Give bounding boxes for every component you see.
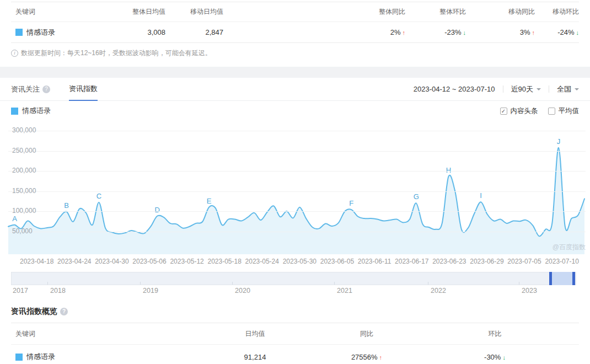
- peak-annotation-F: F: [349, 199, 353, 207]
- period-dropdown[interactable]: 近90天: [511, 84, 541, 94]
- col-daily-avg: 日均值: [187, 329, 323, 339]
- overview-table: 关键词 日均值 同比 环比 情感语录 91,214 27556%↑ -30%↓: [11, 323, 579, 364]
- col-mom: 环比: [411, 329, 579, 339]
- gridline: [8, 171, 586, 172]
- period-dropdown-value: 近90天: [511, 84, 533, 94]
- overview-table-header: 关键词 日均值 同比 环比: [11, 323, 579, 345]
- legend-color-swatch: [11, 108, 18, 115]
- help-icon[interactable]: [42, 85, 50, 93]
- peak-annotation-B: B: [64, 201, 69, 210]
- table-row: 情感语录 91,214 27556%↑ -30%↓: [11, 345, 579, 364]
- overview-title-text: 资讯指数概览: [11, 307, 57, 317]
- page-gap-band: [0, 67, 590, 78]
- separator: [503, 85, 503, 93]
- year-label-2019: 2019: [143, 287, 158, 295]
- y-axis-tick-label: 300,000: [12, 126, 36, 134]
- keyword-color-swatch: [15, 29, 23, 36]
- timeline-slider-track[interactable]: [11, 272, 576, 285]
- col-overall-mom: 整体环比: [405, 7, 466, 17]
- trend-value: -23%: [444, 28, 461, 36]
- overview-section-title: 资讯指数概览: [11, 306, 579, 317]
- news-index-card: 资讯关注 资讯指数 2023-04-12 ~ 2023-07-10 近90天 全…: [0, 78, 590, 364]
- daily-avg-value: 91,214: [187, 353, 323, 361]
- yoy-value: 27556%↑: [323, 353, 411, 361]
- trend-value: 27556%: [351, 353, 378, 361]
- timeline-selection-window[interactable]: [549, 272, 575, 285]
- y-axis-tick-label: 150,000: [12, 187, 36, 195]
- checkbox-average[interactable]: 平均值: [548, 106, 580, 116]
- gridline: [8, 211, 586, 212]
- x-axis-tick-label: 2023-04-18: [20, 258, 53, 269]
- summary-table: 关键词 整体日均值 移动日均值 整体同比 整体环比 移动同比 移动环比 情感语录…: [11, 2, 579, 43]
- col-yoy: 同比: [323, 329, 411, 339]
- peak-annotation-I: I: [480, 191, 482, 200]
- up-arrow-icon: ↑: [379, 354, 383, 361]
- year-tick: [232, 282, 233, 285]
- info-icon: [11, 50, 18, 57]
- date-range-label: 2023-04-12 ~ 2023-07-10: [414, 85, 495, 93]
- help-icon[interactable]: [60, 308, 68, 315]
- gridline: [8, 232, 586, 232]
- x-axis-tick-label: 2023-05-18: [207, 258, 241, 269]
- peak-annotation-E: E: [207, 197, 212, 205]
- year-label-2018: 2018: [50, 287, 66, 295]
- x-axis-tick-label: 2023-05-12: [170, 258, 203, 269]
- peak-annotation-A: A: [12, 215, 17, 223]
- checkbox-icon[interactable]: [548, 108, 555, 115]
- region-dropdown[interactable]: 全国: [557, 84, 579, 94]
- summary-table-header: 关键词 整体日均值 移动日均值 整体同比 整体环比 移动同比 移动环比: [11, 2, 579, 22]
- x-axis-tick-label: 2023-06-11: [358, 258, 391, 269]
- overall-mom-value: -23%↓: [405, 28, 466, 36]
- mom-value: -30%↓: [411, 353, 579, 361]
- region-dropdown-value: 全国: [557, 84, 571, 94]
- timeline-right-handle[interactable]: [572, 272, 575, 285]
- checkbox-label: 内容头条: [511, 106, 538, 116]
- data-update-note: 数据更新时间：每天12~16时，受数据波动影响，可能会有延迟。: [11, 49, 579, 58]
- note-text: 数据更新时间：每天12~16时，受数据波动影响，可能会有延迟。: [21, 49, 212, 58]
- x-axis-tick-label: 2023-04-24: [57, 258, 91, 269]
- col-keyword: 关键词: [11, 7, 119, 17]
- col-overall-daily-avg: 整体日均值: [119, 7, 165, 17]
- col-overall-yoy: 整体同比: [223, 7, 405, 17]
- mobile-daily-avg-value: 2,847: [165, 28, 223, 36]
- checkbox-content-headlines[interactable]: ✓ 内容头条: [500, 106, 538, 116]
- x-axis-labels: 2023-04-182023-04-242023-04-302023-05-06…: [11, 254, 579, 269]
- tab-news-index[interactable]: 资讯指数: [69, 78, 98, 101]
- year-label-2023: 2023: [522, 287, 537, 295]
- separator: [549, 85, 549, 93]
- x-axis-tick-label: 2023-07-05: [507, 258, 541, 269]
- year-tick: [428, 282, 428, 285]
- year-tick: [334, 282, 335, 285]
- baidu-index-watermark: @百度指数: [553, 243, 586, 252]
- col-mobile-daily-avg: 移动日均值: [165, 7, 223, 17]
- news-index-chart[interactable]: ABCDEFGHIJ@百度指数 300,000250,000200,000150…: [0, 121, 590, 254]
- year-tick: [140, 282, 141, 285]
- year-label-2020: 2020: [235, 287, 250, 295]
- peak-annotation-G: G: [414, 192, 419, 201]
- timeline-year-labels: 2017201820192020202120222023: [11, 285, 576, 297]
- checkbox-icon[interactable]: ✓: [500, 108, 507, 115]
- x-axis-tick-label: 2023-06-05: [320, 258, 354, 269]
- x-axis-tick-label: 2023-06-23: [432, 258, 466, 269]
- chart-legend-row: 情感语录 ✓ 内容头条 平均值: [0, 101, 590, 121]
- year-tick: [519, 282, 519, 285]
- col-mobile-mom: 移动环比: [535, 7, 579, 17]
- y-axis-tick-label: 250,000: [12, 147, 36, 154]
- x-axis-tick-label: 2023-04-30: [95, 258, 128, 269]
- peak-annotation-J: J: [557, 137, 561, 146]
- overall-daily-avg-value: 3,008: [119, 28, 165, 36]
- y-axis-tick-label: 200,000: [12, 167, 36, 174]
- chevron-down-icon: [537, 88, 541, 90]
- trend-value: 3%: [520, 28, 530, 36]
- tab-news-attention[interactable]: 资讯关注: [11, 78, 50, 101]
- peak-annotation-C: C: [96, 192, 101, 200]
- year-label-2022: 2022: [431, 287, 446, 295]
- keyword-cell: 情感语录: [11, 28, 119, 38]
- keyword-cell: 情感语录: [11, 352, 187, 362]
- timeline-left-handle[interactable]: [549, 272, 552, 285]
- col-keyword: 关键词: [11, 329, 187, 339]
- gridline: [8, 151, 586, 152]
- area-line-series: ABCDEFGHIJ: [0, 121, 590, 254]
- col-mobile-yoy: 移动同比: [466, 7, 535, 17]
- timeline-zoom: 2017201820192020202120222023: [11, 272, 576, 297]
